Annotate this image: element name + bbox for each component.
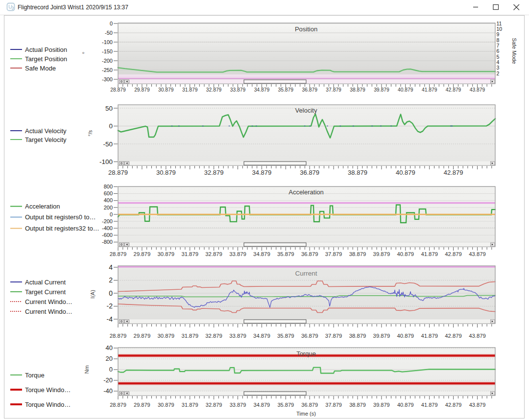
svg-text:0: 0 xyxy=(109,122,113,130)
svg-text:Safe Mode: Safe Mode xyxy=(25,65,56,72)
svg-text:30.879: 30.879 xyxy=(158,251,175,257)
svg-text:-4: -4 xyxy=(107,315,113,323)
svg-text:Current Windo…: Current Windo… xyxy=(25,298,72,305)
svg-text:38.879: 38.879 xyxy=(349,402,366,408)
svg-text:35.879: 35.879 xyxy=(278,87,294,93)
svg-text:41.879: 41.879 xyxy=(421,333,438,339)
svg-text:41.879: 41.879 xyxy=(421,251,438,257)
svg-text:39.879: 39.879 xyxy=(373,333,390,339)
svg-text:29.879: 29.879 xyxy=(134,402,150,408)
svg-text:30.879: 30.879 xyxy=(158,333,175,339)
svg-text:5: 5 xyxy=(497,54,500,60)
svg-text:40: 40 xyxy=(106,344,113,351)
svg-text:200: 200 xyxy=(104,205,113,210)
svg-text:28.879: 28.879 xyxy=(110,87,126,93)
svg-text:37.879: 37.879 xyxy=(325,402,342,408)
svg-text:43.879: 43.879 xyxy=(469,251,486,257)
svg-text:28.879: 28.879 xyxy=(110,333,127,339)
svg-text:39.879: 39.879 xyxy=(374,87,389,93)
svg-text:4: 4 xyxy=(109,263,113,271)
svg-text:-400: -400 xyxy=(102,225,113,231)
svg-text:39.879: 39.879 xyxy=(373,402,390,408)
svg-text:-50: -50 xyxy=(103,140,113,148)
svg-text:8: 8 xyxy=(497,37,500,43)
svg-text:31.879: 31.879 xyxy=(182,87,198,93)
svg-text:37.879: 37.879 xyxy=(326,87,341,93)
svg-text:40.879: 40.879 xyxy=(398,87,413,93)
svg-text:600: 600 xyxy=(104,190,113,196)
svg-text:38.879: 38.879 xyxy=(350,87,365,93)
svg-text:800: 800 xyxy=(104,184,113,189)
svg-text:2: 2 xyxy=(497,70,500,76)
svg-text:0: 0 xyxy=(110,211,113,217)
svg-text:39.879: 39.879 xyxy=(373,251,390,257)
svg-text:37.879: 37.879 xyxy=(325,251,342,257)
svg-text:Actual Velocity: Actual Velocity xyxy=(25,127,67,135)
svg-text:-2: -2 xyxy=(107,302,113,310)
svg-text:42.879: 42.879 xyxy=(445,251,462,257)
svg-text:Target Velocity: Target Velocity xyxy=(25,136,67,143)
svg-text:33.879: 33.879 xyxy=(230,87,246,93)
svg-text:32.879: 32.879 xyxy=(206,402,222,408)
svg-text:-20: -20 xyxy=(103,376,113,384)
svg-text:-250: -250 xyxy=(102,67,113,73)
svg-text:2: 2 xyxy=(109,276,113,284)
svg-text:Velocity: Velocity xyxy=(295,107,317,114)
svg-text:-600: -600 xyxy=(102,232,113,238)
svg-text:Target Position: Target Position xyxy=(25,55,67,63)
svg-text:Nm: Nm xyxy=(84,365,90,373)
svg-text:Acceleration: Acceleration xyxy=(289,188,324,196)
svg-text:28.879: 28.879 xyxy=(110,251,127,257)
svg-text:°/s: °/s xyxy=(87,130,93,136)
svg-text:32.879: 32.879 xyxy=(205,333,222,339)
svg-text:°: ° xyxy=(81,51,88,54)
svg-text:28.879: 28.879 xyxy=(110,402,126,408)
svg-text:29.879: 29.879 xyxy=(134,251,151,257)
svg-text:Acceleration: Acceleration xyxy=(25,203,60,210)
svg-text:29.879: 29.879 xyxy=(134,87,150,93)
svg-text:-300: -300 xyxy=(102,76,113,82)
svg-text:400: 400 xyxy=(104,197,113,203)
svg-text:34.879: 34.879 xyxy=(254,87,270,93)
svg-text:Torque Windo…: Torque Windo… xyxy=(25,401,71,408)
svg-text:41.879: 41.879 xyxy=(421,402,438,408)
svg-text:36.879: 36.879 xyxy=(302,87,317,93)
svg-text:35.879: 35.879 xyxy=(277,402,294,408)
svg-text:3: 3 xyxy=(497,65,500,70)
svg-text:38.879: 38.879 xyxy=(348,169,367,176)
svg-text:32.879: 32.879 xyxy=(205,251,222,257)
svg-text:Position: Position xyxy=(295,25,317,33)
svg-text:20: 20 xyxy=(106,355,113,362)
svg-text:35.879: 35.879 xyxy=(277,251,294,257)
svg-text:38.879: 38.879 xyxy=(349,333,366,339)
svg-text:42.879: 42.879 xyxy=(444,169,463,176)
svg-text:30.879: 30.879 xyxy=(158,87,174,93)
svg-text:36.879: 36.879 xyxy=(301,251,318,257)
svg-text:11: 11 xyxy=(497,21,502,26)
svg-text:32.879: 32.879 xyxy=(204,169,224,176)
svg-text:36.879: 36.879 xyxy=(301,402,318,408)
svg-text:42.879: 42.879 xyxy=(446,87,461,93)
svg-text:-200: -200 xyxy=(102,218,113,224)
svg-text:43.879: 43.879 xyxy=(469,333,486,339)
svg-text:0: 0 xyxy=(110,21,113,26)
svg-text:9: 9 xyxy=(497,31,500,37)
svg-text:Flightrecord Joint3 Wrist1 202: Flightrecord Joint3 Wrist1 2020/9/15 13:… xyxy=(18,4,128,11)
svg-text:34.879: 34.879 xyxy=(253,251,270,257)
svg-text:Torque: Torque xyxy=(296,350,316,357)
svg-text:0: 0 xyxy=(109,289,113,297)
svg-text:10: 10 xyxy=(497,26,503,32)
svg-text:-150: -150 xyxy=(102,48,113,54)
svg-text:33.879: 33.879 xyxy=(229,333,246,339)
svg-text:Actual Position: Actual Position xyxy=(25,46,67,53)
svg-text:33.879: 33.879 xyxy=(229,251,246,257)
svg-text:Target Current: Target Current xyxy=(25,288,66,296)
svg-text:36.879: 36.879 xyxy=(301,333,318,339)
svg-text:40.879: 40.879 xyxy=(397,251,414,257)
svg-text:30.879: 30.879 xyxy=(156,169,176,176)
svg-text:40.879: 40.879 xyxy=(397,333,414,339)
svg-text:50: 50 xyxy=(105,105,113,112)
svg-text:31.879: 31.879 xyxy=(181,251,198,257)
svg-text:34.879: 34.879 xyxy=(254,402,270,408)
svg-text:Safe Mode: Safe Mode xyxy=(511,38,517,64)
